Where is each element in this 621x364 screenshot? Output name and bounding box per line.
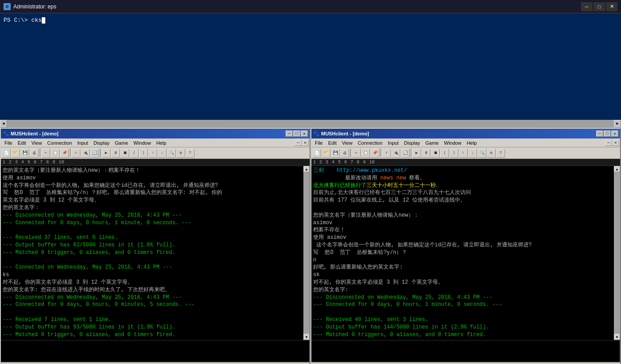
right-menu-connection[interactable]: Connection (355, 138, 385, 147)
rtb-print[interactable]: 🖨 (340, 149, 349, 158)
left-toolbar: 📄 📂 💾 🖨 ✂ 📋 📌 ⚡ 🔌 🔄 ▶ ⏸ ⏹ ⟨ ⟩ ↑ ↓ 🔍 ⚙ ? (1, 147, 310, 159)
tb-b6[interactable]: ↑ (148, 149, 157, 158)
right-menu-view[interactable]: View (339, 138, 355, 147)
rtb-cut[interactable]: ✂ (352, 149, 361, 158)
maximize-button[interactable]: □ (593, 2, 605, 11)
left-menu-input[interactable]: Input (75, 138, 91, 147)
rtb-b7[interactable]: ↓ (468, 149, 477, 158)
right-menu-edit[interactable]: Edit (326, 138, 339, 147)
rtb-reconnect[interactable]: 🔄 (401, 149, 410, 158)
ln-4: 4 (21, 160, 24, 165)
left-menu-connection[interactable]: Connection (44, 138, 75, 147)
rtb-disconnect[interactable]: 🔌 (391, 149, 400, 158)
left-menu-file[interactable]: File (2, 138, 15, 147)
right-menu-display[interactable]: Display (401, 138, 422, 147)
tb-disconnect[interactable]: 🔌 (81, 149, 90, 158)
rtb-b1[interactable]: ▶ (412, 149, 421, 158)
right-inner-min[interactable]: ─ (605, 140, 612, 146)
right-maximize-btn[interactable]: □ (604, 131, 611, 137)
right-line-3: 目前为止,北大侠客行已经有七百三十二万三千八百九十七人次访问 (313, 189, 612, 197)
left-menu-window[interactable]: Window (131, 138, 154, 147)
rtb-b6[interactable]: ↑ (459, 149, 468, 158)
horizontal-scrollbar[interactable]: ◄ ► (0, 120, 621, 128)
left-line-2: 使用 asimov (3, 174, 302, 182)
tb-save[interactable]: 💾 (20, 149, 29, 158)
tb-cut[interactable]: ✂ (41, 149, 50, 158)
left-line-9 (3, 226, 302, 234)
scroll-left-btn[interactable]: ◄ (0, 120, 7, 128)
tb-b7[interactable]: ↓ (158, 149, 167, 158)
right-menu-help[interactable]: Help (464, 138, 480, 147)
right-menubar: File Edit View Connection Input Display … (311, 138, 620, 147)
left-close-btn[interactable]: ✕ (301, 131, 308, 137)
tb-open[interactable]: 📂 (11, 149, 20, 158)
right-input[interactable] (311, 340, 620, 362)
ln-3: 3 (15, 160, 18, 165)
right-minimize-btn[interactable]: ─ (596, 131, 603, 137)
left-scroll-up[interactable]: ▲ (303, 166, 310, 172)
mush-panel-left: 🐾 MUSHclient - [demo] ─ □ ✕ File Edit Vi… (0, 128, 310, 364)
rtb-b4[interactable]: ⟨ (440, 149, 449, 158)
left-minimize-btn[interactable]: ─ (286, 131, 293, 137)
tb-b3[interactable]: ⏹ (120, 149, 129, 158)
right-content-area: 三剑 http://www.pkuxkx.net/ 最新改动请用 news ne… (311, 166, 620, 340)
tb-b2[interactable]: ⏸ (111, 149, 120, 158)
tb-b5[interactable]: ⟩ (139, 149, 148, 158)
right-inner-close[interactable]: ✕ (612, 140, 619, 146)
left-menu-view[interactable]: View (29, 138, 45, 147)
rtb-open[interactable]: 📂 (322, 149, 330, 158)
right-scroll-up[interactable]: ▲ (614, 166, 620, 172)
rtb-b5[interactable]: ⟩ (450, 149, 458, 158)
left-menu-help[interactable]: Help (154, 138, 169, 147)
right-menu-file[interactable]: File (312, 138, 326, 147)
left-title-text: MUSHclient - [demo] (11, 131, 59, 136)
tb-new[interactable]: 📄 (2, 149, 11, 158)
rtb-save[interactable]: 💾 (331, 149, 340, 158)
rtb-b10[interactable]: ? (496, 149, 505, 158)
scroll-right-btn[interactable]: ► (614, 120, 621, 128)
scroll-track[interactable] (7, 120, 614, 128)
rtb-b9[interactable]: ⚙ (487, 149, 496, 158)
left-maximize-btn[interactable]: □ (293, 131, 300, 137)
left-inner-close[interactable]: ✕ (302, 140, 309, 146)
left-scroll-track[interactable] (303, 172, 310, 334)
right-scroll-down[interactable]: ▼ (614, 334, 620, 340)
right-scroll-track[interactable] (614, 172, 620, 334)
left-content[interactable]: 您的英文名字（要注册新人物请输入new）：档案不存在！ 使用 asimov 这个… (1, 166, 303, 340)
minimize-button[interactable]: ─ (581, 2, 593, 11)
left-line-22: --- Output buffer has 93/5000 lines in i… (3, 324, 302, 331)
right-line-14: sk (313, 271, 612, 279)
left-input[interactable] (1, 340, 310, 362)
left-inner-min[interactable]: ─ (295, 140, 302, 146)
right-close-btn[interactable]: ✕ (611, 131, 618, 137)
left-line-13 (3, 257, 302, 264)
tb-b1[interactable]: ▶ (102, 149, 111, 158)
tb-reconnect[interactable]: 🔄 (90, 149, 99, 158)
tb-connect[interactable]: ⚡ (72, 149, 80, 158)
left-scrollbar[interactable]: ▲ ▼ (303, 166, 310, 340)
right-menu-window[interactable]: Window (442, 138, 464, 147)
tb-copy[interactable]: 📋 (51, 149, 60, 158)
right-menu-input[interactable]: Input (385, 138, 401, 147)
tb-b9[interactable]: ⚙ (176, 149, 185, 158)
right-menu-game[interactable]: Game (423, 138, 442, 147)
tb-print[interactable]: 🖨 (30, 149, 39, 158)
rtb-b2[interactable]: ⏸ (422, 149, 430, 158)
tb-b4[interactable]: ⟨ (130, 149, 139, 158)
rtb-new[interactable]: 📄 (312, 149, 321, 158)
right-content[interactable]: 三剑 http://www.pkuxkx.net/ 最新改动请用 news ne… (311, 166, 614, 340)
left-menu-game[interactable]: Game (112, 138, 131, 147)
left-menu-edit[interactable]: Edit (15, 138, 29, 147)
tb-paste[interactable]: 📌 (60, 149, 69, 158)
right-scrollbar[interactable]: ▲ ▼ (614, 166, 620, 340)
rtb-paste[interactable]: 📌 (370, 149, 379, 158)
rtb-copy[interactable]: 📋 (361, 149, 370, 158)
rtb-connect[interactable]: ⚡ (382, 149, 391, 158)
close-button[interactable]: ✕ (606, 2, 617, 11)
rtb-b8[interactable]: 🔍 (478, 149, 486, 158)
left-scroll-down[interactable]: ▼ (303, 334, 310, 340)
left-menu-display[interactable]: Display (91, 138, 112, 147)
rtb-b3[interactable]: ⏹ (431, 149, 440, 158)
tb-b10[interactable]: ? (186, 149, 195, 158)
tb-b8[interactable]: 🔍 (167, 149, 176, 158)
